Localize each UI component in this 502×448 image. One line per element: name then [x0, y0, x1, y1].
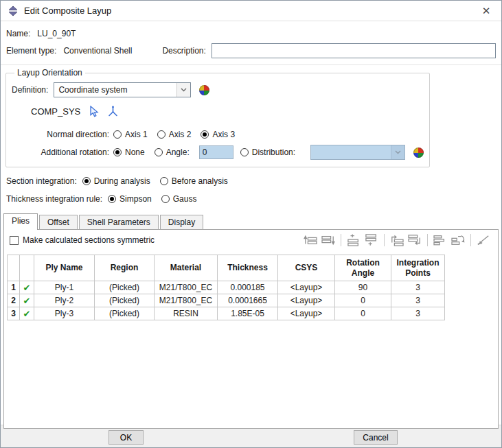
insert-row-after-icon[interactable]	[363, 233, 380, 248]
definition-row: Definition: Coordinate system	[12, 82, 424, 98]
toolbar-separator	[384, 234, 385, 246]
distribution-value	[311, 145, 391, 159]
col-integration-points: Integration Points	[391, 255, 445, 281]
plies-tab-page: Make calculated sections symmetric	[3, 229, 499, 429]
col-ply-name: Ply Name	[34, 255, 95, 281]
radio-before-analysis[interactable]: Before analysis	[160, 176, 228, 186]
close-icon[interactable]: ✕	[478, 5, 494, 17]
radio-simpson[interactable]: Simpson	[108, 194, 152, 204]
cancel-button[interactable]: Cancel	[354, 430, 398, 445]
cycle-rows-icon[interactable]	[449, 233, 467, 248]
definition-label: Definition:	[12, 85, 48, 95]
csys-cell[interactable]: <Layup>	[278, 281, 335, 294]
col-thickness: Thickness	[218, 255, 278, 281]
radio-axis-1[interactable]: Axis 1	[113, 130, 148, 139]
tab-offset[interactable]: Offset	[39, 215, 78, 229]
tab-display[interactable]: Display	[160, 215, 203, 229]
normal-direction-row: Normal direction: Axis 1 Axis 2 Axis 3	[12, 127, 424, 142]
row-number-cell[interactable]: 1	[8, 281, 20, 294]
insert-row-before-icon[interactable]	[345, 233, 363, 248]
abaqus-app-icon	[8, 5, 19, 16]
radio-rotation-angle[interactable]: Angle:	[155, 148, 190, 157]
copy-row-after-icon[interactable]	[406, 233, 424, 248]
thickness-rule-row: Thickness integration rule: Simpson Gaus…	[6, 192, 501, 206]
layup-orientation-group: Layup Orientation Definition: Coordinate…	[5, 68, 430, 167]
region-cell[interactable]: (Picked)	[95, 281, 155, 294]
ok-button[interactable]: OK	[109, 430, 144, 445]
integration-points-cell[interactable]: 3	[391, 281, 445, 294]
material-cell[interactable]: M21/T800_EC	[155, 294, 218, 307]
col-csys: CSYS	[278, 255, 335, 281]
thickness-cell[interactable]: 0.000185	[218, 281, 278, 294]
ply-active-check-icon[interactable]: ✔	[20, 307, 34, 320]
description-input[interactable]	[212, 43, 496, 58]
pattern-rows-icon[interactable]	[431, 233, 449, 248]
table-row: 2 ✔ Ply-2 (Picked) M21/T800_EC 0.0001665…	[8, 294, 445, 307]
additional-rotation-row: Additional rotation: None Angle: Distrib…	[12, 145, 424, 160]
definition-dropdown[interactable]: Coordinate system	[54, 82, 191, 97]
element-type-value: Conventional Shell	[63, 46, 132, 56]
radio-circle-selected	[113, 148, 122, 156]
col-rotation-angle: Rotation Angle	[335, 255, 391, 281]
table-row: 1 ✔ Ply-1 (Picked) M21/T800_EC 0.000185 …	[8, 281, 445, 294]
ply-active-check-icon[interactable]: ✔	[20, 281, 34, 294]
region-cell[interactable]: (Picked)	[95, 307, 155, 320]
symmetric-checkbox[interactable]: Make calculated sections symmetric	[10, 235, 155, 245]
plies-toolbar-row: Make calculated sections symmetric	[4, 230, 498, 250]
csys-cell[interactable]: <Layup>	[278, 307, 335, 320]
radio-rotation-distribution[interactable]: Distribution:	[240, 148, 295, 157]
additional-rotation-label: Additional rotation:	[12, 148, 113, 157]
material-cell[interactable]: RESIN	[155, 307, 218, 320]
title-bar: Edit Composite Layup ✕	[1, 1, 501, 21]
csys-cell[interactable]: <Layup>	[278, 294, 335, 307]
section-integration-row: Section integration: During analysis Bef…	[6, 174, 501, 188]
rotation-angle-cell[interactable]: 90	[335, 281, 391, 294]
toolbar-separator	[341, 234, 341, 246]
tab-shell-parameters[interactable]: Shell Parameters	[79, 215, 159, 229]
tab-plies[interactable]: Plies	[3, 213, 38, 230]
radio-axis-2[interactable]: Axis 2	[157, 130, 192, 139]
integration-points-cell[interactable]: 3	[391, 294, 445, 307]
color-code-icon[interactable]	[413, 148, 424, 158]
layup-orientation-title: Layup Orientation	[14, 68, 85, 78]
radio-during-analysis[interactable]: During analysis	[82, 176, 150, 186]
element-type-row: Element type: Conventional Shell Descrip…	[6, 42, 496, 60]
copy-row-before-icon[interactable]	[388, 233, 406, 248]
ply-name-cell[interactable]: Ply-3	[34, 307, 95, 320]
rotation-angle-cell[interactable]: 0	[335, 307, 391, 320]
radio-rotation-none[interactable]: None	[113, 148, 145, 157]
color-code-icon[interactable]	[199, 85, 209, 95]
material-cell[interactable]: M21/T800_EC	[155, 281, 218, 294]
radio-circle-selected	[82, 177, 91, 185]
thickness-cell[interactable]: 0.0001665	[218, 294, 278, 307]
radio-gauss[interactable]: Gauss	[161, 194, 197, 204]
chevron-down-icon	[391, 145, 404, 159]
integration-points-cell[interactable]: 3	[391, 307, 445, 320]
datum-csys-icon[interactable]	[107, 106, 119, 117]
row-number-cell[interactable]: 3	[8, 307, 20, 320]
radio-circle	[113, 130, 122, 139]
radio-axis-3[interactable]: Axis 3	[201, 130, 235, 139]
row-number-cell[interactable]: 2	[8, 294, 20, 307]
ply-table-header-row: Ply Name Region Material Thickness CSYS …	[8, 255, 445, 281]
radio-circle	[240, 148, 249, 156]
description-label: Description:	[162, 46, 205, 56]
edit-validate-icon[interactable]	[475, 233, 492, 248]
radio-circle	[160, 177, 168, 185]
ply-name-cell[interactable]: Ply-1	[34, 281, 95, 294]
csys-row: COMP_SYS	[31, 104, 424, 119]
checkbox-box	[10, 236, 19, 245]
ply-name-cell[interactable]: Ply-2	[34, 294, 95, 307]
separator	[1, 64, 501, 65]
ply-active-check-icon[interactable]: ✔	[20, 294, 34, 307]
angle-input[interactable]	[199, 145, 233, 159]
move-row-down-icon[interactable]	[319, 233, 337, 248]
rotation-angle-cell[interactable]: 0	[335, 294, 391, 307]
col-row-number	[8, 255, 20, 281]
symmetric-checkbox-label: Make calculated sections symmetric	[23, 235, 155, 245]
region-cell[interactable]: (Picked)	[95, 294, 155, 307]
move-row-up-icon[interactable]	[301, 233, 319, 248]
thickness-cell[interactable]: 1.85E-05	[218, 307, 278, 320]
distribution-dropdown[interactable]	[310, 145, 405, 160]
pick-cursor-icon[interactable]	[89, 106, 99, 117]
